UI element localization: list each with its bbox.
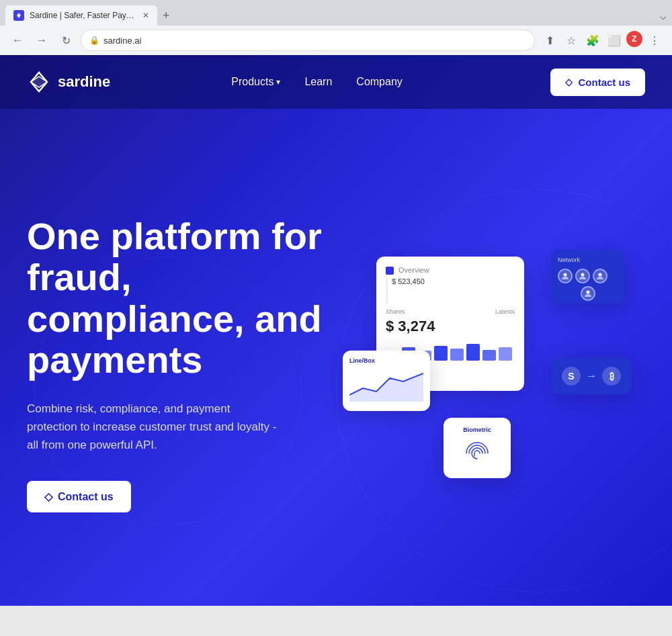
products-label: Products <box>231 76 274 88</box>
svg-rect-8 <box>466 344 480 361</box>
browser-tab-bar: Sardine | Safer, Faster Payme… ✕ + ⌵ <box>0 0 672 26</box>
user-dot-4 <box>581 286 595 301</box>
menu-button[interactable]: ⋮ <box>645 31 664 50</box>
extensions-button[interactable]: 🧩 <box>583 31 602 50</box>
hero-subheadline: Combine risk, compliance, and payment pr… <box>27 400 282 455</box>
browser-toolbar: ← → ↻ 🔒 sardine.ai ⬆ ☆ 🧩 ⬜ Z ⋮ <box>0 26 672 55</box>
hero-section: One platform for fraud, compliance, and … <box>0 109 672 606</box>
refresh-button[interactable]: ↻ <box>56 31 75 50</box>
user-dots-grid <box>558 269 618 301</box>
tab-close-button[interactable]: ✕ <box>142 11 149 20</box>
sardine-crypto-icon: S <box>562 367 581 385</box>
hero-cta-label: Contact us <box>58 491 114 503</box>
address-bar[interactable]: 🔒 sardine.ai <box>81 30 535 51</box>
site-logo[interactable]: sardine <box>27 70 110 94</box>
company-nav-link[interactable]: Company <box>356 76 402 88</box>
chart-label: Line/Box <box>349 357 423 364</box>
svg-rect-10 <box>499 347 512 361</box>
nav-contact-label: Contact us <box>578 77 630 88</box>
hero-headline: One platform for fraud, compliance, and … <box>27 216 336 381</box>
latests-label: Latests <box>495 308 515 315</box>
hero-diamond-icon: ◇ <box>44 490 52 503</box>
hero-contact-us-button[interactable]: ◇ Contact us <box>27 481 131 512</box>
new-tab-button[interactable]: + <box>157 9 175 23</box>
nav-links: Products ▾ Learn Company <box>231 76 403 88</box>
forward-button[interactable]: → <box>32 31 51 50</box>
toolbar-icons: ⬆ ☆ 🧩 ⬜ Z ⋮ <box>540 31 664 50</box>
network-card: Network <box>551 250 625 304</box>
biometric-card: Biometric <box>444 418 511 478</box>
dashboard-overview-label: Overview <box>386 266 515 275</box>
nav-contact-us-button[interactable]: ◇ Contact us <box>550 69 645 96</box>
svg-rect-9 <box>482 350 496 361</box>
site-navigation: sardine Products ▾ Learn Company ◇ Conta… <box>0 55 672 109</box>
svg-rect-7 <box>450 349 464 361</box>
lock-icon: 🔒 <box>89 36 99 45</box>
bookmark-button[interactable]: ☆ <box>562 31 581 50</box>
line-chart-svg <box>349 368 423 402</box>
user-dot-3 <box>593 269 607 283</box>
nav-diamond-icon: ◇ <box>565 77 573 87</box>
user-dot-2 <box>575 269 590 283</box>
line-chart-card: Line/Box <box>343 351 430 411</box>
shares-label: Shares <box>386 308 405 315</box>
svg-point-12 <box>581 273 585 277</box>
svg-point-11 <box>564 273 567 277</box>
svg-point-13 <box>599 273 602 277</box>
logo-icon <box>27 70 51 94</box>
user-avatar[interactable]: Z <box>626 31 642 47</box>
hero-text-block: One platform for fraud, compliance, and … <box>27 216 336 513</box>
hero-dashboard-visual: Overview $ 523,450 Shares Latests $ 3,27… <box>336 236 645 492</box>
svg-rect-6 <box>434 346 448 361</box>
user-dot-1 <box>558 269 573 283</box>
active-tab[interactable]: Sardine | Safer, Faster Payme… ✕ <box>5 5 157 26</box>
network-label: Network <box>558 257 618 263</box>
svg-marker-0 <box>17 13 21 18</box>
products-chevron-icon: ▾ <box>276 77 280 87</box>
back-button[interactable]: ← <box>8 31 27 50</box>
learn-nav-link[interactable]: Learn <box>304 76 332 88</box>
fingerprint-icon <box>461 437 493 469</box>
website-content: sardine Products ▾ Learn Company ◇ Conta… <box>0 55 672 606</box>
share-button[interactable]: ⬆ <box>540 31 559 50</box>
company-label: Company <box>356 76 402 88</box>
expand-icon: ⌵ <box>660 9 667 22</box>
dashboard-amount: $ 3,274 <box>386 318 515 335</box>
tab-favicon <box>13 10 24 21</box>
tab-overview-button[interactable]: ⬜ <box>605 31 624 50</box>
bitcoin-crypto-icon: ₿ <box>602 367 621 385</box>
svg-point-14 <box>587 291 590 294</box>
address-text: sardine.ai <box>103 36 526 46</box>
products-nav-link[interactable]: Products ▾ <box>231 76 280 88</box>
logo-text: sardine <box>58 73 110 91</box>
balance-value: $ 523,450 <box>392 277 425 285</box>
crypto-arrow-icon: → <box>586 370 597 382</box>
browser-window: Sardine | Safer, Faster Payme… ✕ + ⌵ ← →… <box>0 0 672 606</box>
bio-label: Biometric <box>463 426 491 433</box>
crypto-card: S → ₿ <box>551 357 632 394</box>
learn-label: Learn <box>304 76 332 88</box>
tab-title: Sardine | Safer, Faster Payme… <box>30 11 137 20</box>
